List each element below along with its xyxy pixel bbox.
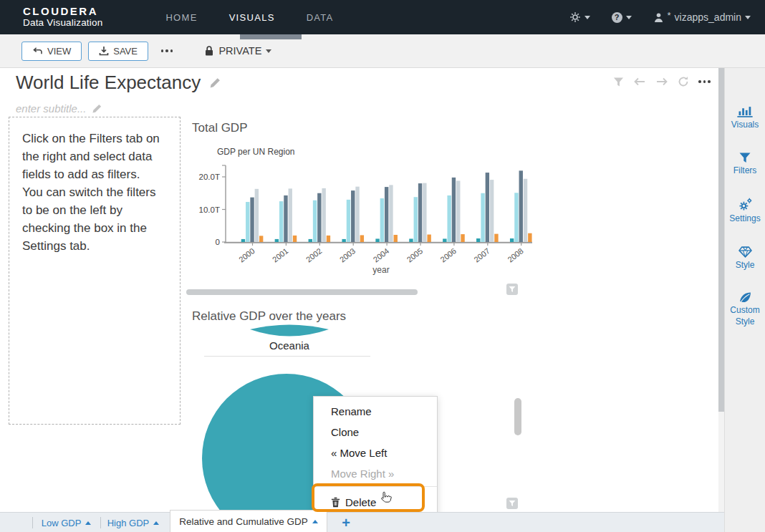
brand-logo[interactable]: CLOUDERA Data Visualization bbox=[23, 6, 102, 28]
note-line-1: Click on the Filters tab on the right an… bbox=[22, 130, 168, 184]
page-title: World Life Expectancy bbox=[16, 72, 201, 94]
svg-text:2007: 2007 bbox=[472, 246, 491, 264]
privacy-dropdown[interactable]: PRIVATE bbox=[204, 45, 271, 57]
pie-slice-label: Oceania bbox=[218, 339, 361, 352]
active-tab-indicator bbox=[240, 34, 302, 39]
add-sheet-button[interactable]: + bbox=[335, 513, 357, 532]
top-navbar: CLOUDERA Data Visualization HOME VISUALS… bbox=[0, 0, 765, 34]
tab-label: High GDP bbox=[107, 518, 150, 528]
sidebar-label: Filters bbox=[733, 165, 757, 177]
more-actions-button[interactable] bbox=[161, 49, 173, 52]
caret-up-icon bbox=[153, 521, 159, 525]
nav-item-visuals[interactable]: VISUALS bbox=[229, 12, 275, 23]
brand-line2: Data Visualization bbox=[23, 18, 102, 29]
edit-subtitle-pencil-icon[interactable] bbox=[92, 103, 102, 114]
back-arrow-icon bbox=[32, 47, 43, 55]
tab-low-gdp[interactable]: Low GDP bbox=[32, 513, 100, 532]
visual-filter-badge[interactable] bbox=[506, 498, 518, 509]
sidebar-label: Settings bbox=[729, 213, 760, 225]
context-menu-separator bbox=[314, 486, 437, 487]
svg-text:year: year bbox=[372, 265, 389, 275]
svg-text:2004: 2004 bbox=[372, 246, 391, 264]
leaf-icon bbox=[739, 292, 751, 303]
tab-label: Relative and Cumulative GDP bbox=[179, 516, 307, 527]
svg-text:20.0T: 20.0T bbox=[199, 173, 220, 181]
filter-icon[interactable] bbox=[613, 77, 624, 87]
caret-down-icon bbox=[745, 16, 751, 19]
download-icon bbox=[99, 46, 109, 56]
dashboard-actions bbox=[613, 76, 711, 87]
edit-title-pencil-icon[interactable] bbox=[209, 77, 221, 89]
app-window: CLOUDERA Data Visualization HOME VISUALS… bbox=[0, 0, 765, 532]
sheet-tab-bar: Low GDP High GDP Relative and Cumulative… bbox=[0, 512, 724, 532]
tab-high-gdp[interactable]: High GDP bbox=[100, 513, 166, 532]
section-vertical-scrollbar[interactable] bbox=[514, 398, 521, 435]
chart-horizontal-scrollbar[interactable] bbox=[186, 289, 418, 295]
privacy-label: PRIVATE bbox=[218, 45, 261, 57]
svg-text:2008: 2008 bbox=[506, 246, 525, 264]
context-menu-delete[interactable]: Delete bbox=[314, 489, 437, 512]
user-menu-button[interactable]: * vizapps_admin bbox=[653, 11, 751, 23]
scrollbar-thumb[interactable] bbox=[718, 68, 724, 412]
funnel-icon bbox=[739, 153, 751, 163]
dashboard-more-button[interactable] bbox=[698, 80, 711, 83]
tab-context-menu: Rename Clone « Move Left Move Right » De… bbox=[313, 396, 438, 512]
main-menu: HOME VISUALS DATA bbox=[165, 12, 333, 23]
funnel-icon bbox=[509, 500, 516, 507]
gear-icon bbox=[569, 11, 581, 23]
settings-menu-button[interactable] bbox=[569, 11, 590, 23]
refresh-icon[interactable] bbox=[678, 76, 689, 87]
save-button-label: SAVE bbox=[113, 46, 138, 57]
sidebar-item-filters[interactable]: Filters bbox=[725, 153, 765, 177]
main-vertical-scrollbar[interactable] bbox=[718, 68, 724, 532]
context-menu-move-left[interactable]: « Move Left bbox=[314, 442, 437, 463]
sidebar-item-visuals[interactable]: Visuals bbox=[725, 105, 765, 131]
sidebar-label: Style bbox=[736, 260, 755, 271]
svg-text:2005: 2005 bbox=[405, 246, 425, 264]
context-menu-clone[interactable]: Clone bbox=[314, 422, 437, 442]
svg-text:2006: 2006 bbox=[438, 246, 458, 264]
section-divider bbox=[204, 356, 370, 357]
sidebar-item-style[interactable]: Style bbox=[725, 246, 765, 271]
svg-text:10.0T: 10.0T bbox=[199, 205, 220, 214]
caret-down-icon bbox=[584, 16, 590, 19]
diamond-icon bbox=[738, 246, 752, 258]
svg-text:2003: 2003 bbox=[338, 246, 357, 264]
sidebar-label: Custom Style bbox=[726, 305, 764, 327]
bar-chart-icon bbox=[737, 105, 753, 117]
caret-down-icon bbox=[626, 16, 632, 19]
tab-relative-cumulative-gdp[interactable]: Relative and Cumulative GDP bbox=[170, 510, 327, 532]
relative-gdp-title: Relative GDP over the years bbox=[192, 309, 346, 324]
funnel-icon bbox=[509, 286, 516, 293]
trash-icon bbox=[331, 497, 340, 508]
sidebar-label: Visuals bbox=[731, 120, 759, 131]
view-button-label: VIEW bbox=[47, 46, 71, 57]
visual-filter-badge[interactable] bbox=[506, 284, 518, 295]
help-menu-button[interactable]: ? bbox=[612, 12, 632, 23]
save-button[interactable]: SAVE bbox=[88, 42, 148, 61]
subtitle-placeholder[interactable]: enter subtitle... bbox=[16, 102, 86, 115]
gdp-bar-chart: 010.0T20.0T20002001200220032004200520062… bbox=[186, 147, 537, 279]
sidebar-item-custom-style[interactable]: Custom Style bbox=[725, 292, 765, 327]
delete-label: Delete bbox=[345, 496, 376, 508]
navbar-right: ? * vizapps_admin bbox=[569, 11, 751, 23]
view-button[interactable]: VIEW bbox=[21, 42, 82, 61]
nav-item-data[interactable]: DATA bbox=[307, 12, 334, 23]
note-line-2: You can switch the filters to be on the … bbox=[22, 184, 168, 256]
nav-item-home[interactable]: HOME bbox=[165, 12, 197, 23]
redo-arrow-icon[interactable] bbox=[655, 77, 668, 86]
hand-cursor-icon bbox=[380, 491, 392, 505]
undo-arrow-icon[interactable] bbox=[633, 77, 646, 86]
tools-sidebar: Visuals Filters Settings Style Custom St… bbox=[724, 68, 765, 532]
brand-line1: CLOUDERA bbox=[23, 6, 102, 18]
context-menu-rename[interactable]: Rename bbox=[314, 401, 437, 422]
caret-down-icon bbox=[266, 49, 271, 53]
sidebar-item-settings[interactable]: Settings bbox=[725, 198, 765, 225]
svg-text:2001: 2001 bbox=[271, 246, 290, 264]
note-text-widget[interactable]: Click on the Filters tab on the right an… bbox=[9, 117, 181, 425]
user-icon bbox=[653, 12, 664, 23]
edit-toolbar: VIEW SAVE PRIVATE bbox=[0, 34, 765, 68]
caret-up-icon bbox=[312, 520, 318, 523]
user-name: vizapps_admin bbox=[675, 11, 741, 23]
svg-text:2000: 2000 bbox=[237, 246, 256, 264]
